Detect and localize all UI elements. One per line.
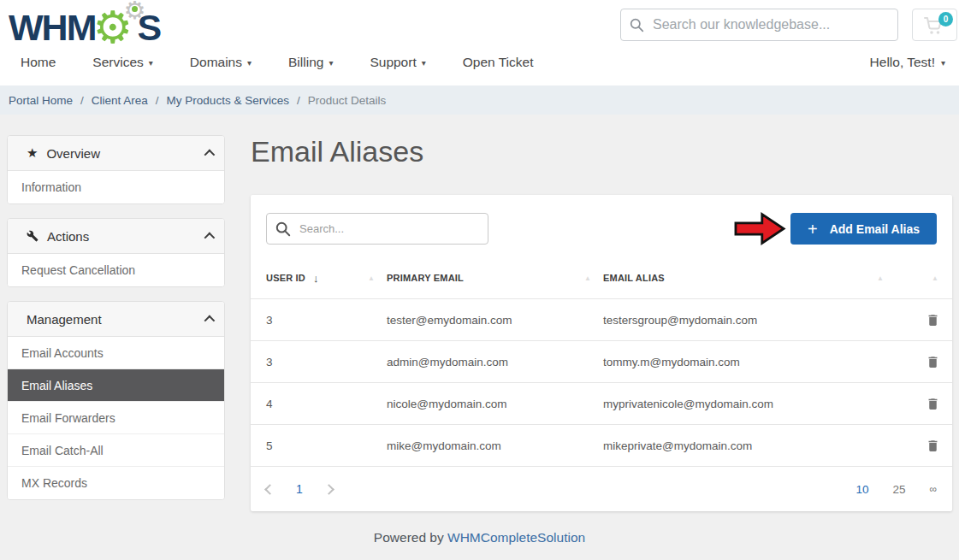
cart-button[interactable]: 0: [912, 9, 957, 41]
logo-text-whm: WHM: [9, 5, 95, 50]
breadcrumb-separator: /: [156, 94, 159, 107]
cell-user-id: 4: [266, 398, 387, 410]
delete-icon[interactable]: [926, 354, 940, 370]
cell-email-alias: testersgroup@mydomain.com: [603, 314, 896, 327]
column-header-user-id[interactable]: USER ID ↓ ▲: [266, 272, 387, 285]
panel-header-management[interactable]: Management: [8, 302, 224, 337]
logo-gears: ⚙ ⚙: [94, 3, 139, 51]
sidebar-panel-overview: ★ Overview Information: [7, 135, 225, 204]
chevron-up-icon: [204, 232, 216, 243]
nav-item-open-ticket[interactable]: Open Ticket: [463, 55, 534, 70]
greeting-label: Hello, Test!: [870, 55, 935, 70]
cell-primary-email: tester@emydomain.com: [387, 314, 603, 327]
pager-controls: 1: [266, 482, 333, 496]
sidebar-item-email-catch-all[interactable]: Email Catch-All: [8, 434, 224, 467]
column-header-actions: ▲: [896, 274, 940, 282]
chevron-up-icon: [204, 315, 216, 326]
breadcrumb-portal-home[interactable]: Portal Home: [9, 94, 73, 107]
add-button-label: Add Email Alias: [830, 222, 920, 236]
table-row: 4 nicole@mydomain.com myprivatenicole@my…: [251, 382, 952, 424]
breadcrumb-separator: /: [297, 94, 300, 107]
wrench-icon: [27, 230, 38, 242]
page-size-10[interactable]: 10: [855, 483, 868, 496]
caret-down-icon: ▾: [422, 58, 426, 68]
page-title: Email Aliases: [251, 130, 952, 173]
table-search: [266, 213, 488, 245]
sidebar-panel-actions: Actions Request Cancellation: [7, 218, 225, 287]
cell-primary-email: nicole@mydomain.com: [387, 398, 603, 410]
table-row: 3 tester@emydomain.com testersgroup@mydo…: [251, 298, 952, 340]
column-header-primary-email[interactable]: PRIMARY EMAIL ▲: [387, 273, 603, 283]
panel-title: Management: [27, 312, 102, 327]
cell-primary-email: mike@mydomain.com: [387, 439, 603, 452]
panel-title: Overview: [46, 146, 100, 161]
next-page-icon[interactable]: [323, 484, 334, 495]
toolbar-right: + Add Email Alias: [733, 210, 937, 247]
cell-email-alias: myprivatenicole@mydomain.com: [603, 398, 896, 410]
delete-icon[interactable]: [926, 312, 940, 328]
chevron-up-icon: [204, 149, 216, 160]
whmcs-logo[interactable]: WHM ⚙ ⚙ S: [9, 5, 160, 50]
sidebar-item-email-accounts[interactable]: Email Accounts: [8, 337, 224, 369]
sort-hint-icon: ▲: [368, 274, 375, 282]
footer-text: Powered by: [374, 530, 447, 545]
page-size-25[interactable]: 25: [892, 483, 905, 496]
sort-hint-icon: ▲: [932, 274, 938, 282]
cell-user-id: 3: [266, 314, 387, 327]
panel-header-actions[interactable]: Actions: [8, 219, 224, 254]
table-toolbar: + Add Email Alias: [251, 195, 952, 257]
sidebar-item-email-forwarders[interactable]: Email Forwarders: [8, 402, 224, 434]
footer: Powered by WHMCompleteSolution: [0, 530, 959, 545]
star-icon: ★: [27, 145, 38, 161]
delete-icon[interactable]: [926, 438, 940, 454]
breadcrumb-product-details: Product Details: [308, 94, 387, 107]
column-header-email-alias[interactable]: EMAIL ALIAS ▲: [603, 273, 896, 283]
page-number[interactable]: 1: [291, 482, 308, 496]
page-size-all-icon[interactable]: ∞: [929, 483, 937, 495]
sidebar-item-request-cancellation[interactable]: Request Cancellation: [8, 254, 224, 286]
header: WHM ⚙ ⚙ S 0 Home Services▾ Domains▾ Bill…: [0, 0, 959, 85]
sidebar-item-mx-records[interactable]: MX Records: [8, 467, 224, 499]
panel-header-overview[interactable]: ★ Overview: [8, 136, 224, 171]
table-pagination: 1 10 25 ∞: [251, 466, 952, 511]
cell-email-alias: mikeprivate@mydomain.com: [603, 439, 896, 452]
search-icon: [275, 221, 291, 237]
red-arrow-annotation: [733, 210, 786, 247]
table-header-row: USER ID ↓ ▲ PRIMARY EMAIL ▲ EMAIL ALIAS …: [251, 257, 952, 298]
email-aliases-card: + Add Email Alias USER ID ↓ ▲ PRIMARY EM…: [251, 195, 952, 511]
caret-down-icon: ▾: [941, 58, 945, 68]
caret-down-icon: ▾: [329, 58, 333, 68]
cell-user-id: 5: [266, 439, 387, 452]
breadcrumb-client-area[interactable]: Client Area: [92, 94, 148, 107]
main-nav: Home Services▾ Domains▾ Billing▾ Support…: [21, 55, 533, 70]
whmcs-client-area-page: WHM ⚙ ⚙ S 0 Home Services▾ Domains▾ Bill…: [0, 0, 959, 560]
nav-item-domains[interactable]: Domains▾: [190, 55, 252, 70]
sidebar-panel-management: Management Email Accounts Email Aliases …: [7, 301, 225, 500]
knowledgebase-search-input[interactable]: [653, 17, 889, 32]
breadcrumb-my-products-services[interactable]: My Products & Services: [167, 94, 289, 107]
main-content: Email Aliases + Add Email Alias: [251, 130, 952, 511]
panel-title: Actions: [47, 229, 89, 244]
account-menu[interactable]: Hello, Test! ▾: [870, 55, 945, 70]
search-icon: [630, 18, 644, 32]
nav-item-services[interactable]: Services▾: [92, 55, 152, 70]
caret-down-icon: ▾: [149, 58, 153, 68]
page-size-options: 10 25 ∞: [855, 483, 937, 496]
table-search-input[interactable]: [299, 222, 479, 235]
plus-icon: +: [808, 221, 818, 238]
table-row: 5 mike@mydomain.com mikeprivate@mydomain…: [251, 424, 952, 466]
previous-page-icon[interactable]: [264, 484, 275, 495]
nav-item-home[interactable]: Home: [21, 55, 56, 70]
cell-primary-email: admin@mydomain.com: [387, 356, 603, 368]
nav-item-support[interactable]: Support▾: [370, 55, 425, 70]
delete-icon[interactable]: [926, 396, 940, 412]
add-email-alias-button[interactable]: + Add Email Alias: [790, 213, 937, 245]
sort-hint-icon: ▲: [584, 274, 591, 282]
sidebar-item-information[interactable]: Information: [8, 171, 224, 203]
sort-descending-icon: ↓: [313, 272, 319, 285]
caret-down-icon: ▾: [247, 58, 252, 68]
sidebar-item-email-aliases[interactable]: Email Aliases: [8, 369, 224, 402]
nav-item-billing[interactable]: Billing▾: [288, 55, 333, 70]
whmcompletesolution-link[interactable]: WHMCompleteSolution: [447, 530, 585, 545]
table-row: 3 admin@mydomain.com tommy.m@mydomain.co…: [251, 340, 952, 382]
